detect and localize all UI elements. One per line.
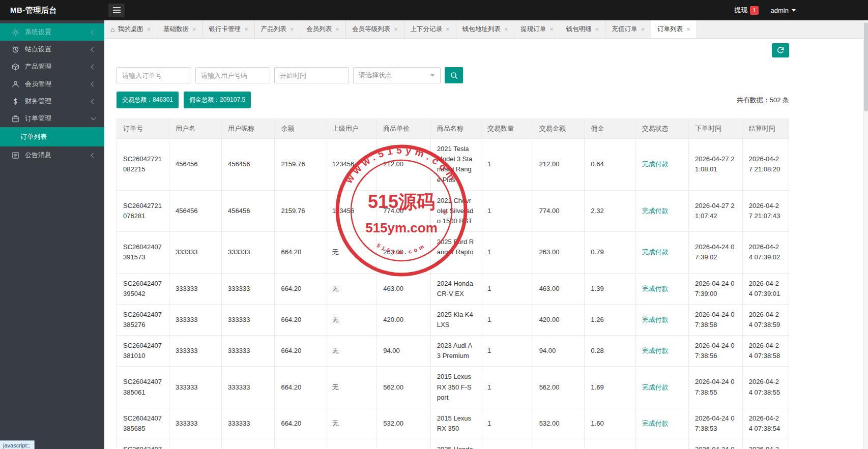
close-icon[interactable]: × — [290, 25, 294, 33]
cell-unit-price: 532.00 — [377, 408, 431, 439]
cell-username: 333333 — [169, 232, 222, 273]
scrollbar-track — [863, 20, 868, 449]
cell-product-name: 2015 Lexus RX 350 F-Sport — [430, 367, 481, 408]
table-row: SC26042407395042333333333333664.20无463.0… — [117, 273, 789, 304]
sidebar-item-label: 系统设置 — [25, 27, 51, 37]
sidebar-subitem-order-list[interactable]: 订单列表 — [0, 127, 104, 146]
cell-settle-time: 2026-04-24 07:38:55 — [742, 367, 789, 408]
refresh-icon — [776, 46, 785, 54]
cell-quantity: 1 — [481, 232, 533, 273]
sidebar-item-site-settings[interactable]: 站点设置 — [0, 41, 104, 58]
close-icon[interactable]: × — [549, 25, 554, 33]
cell-unit-price: 420.00 — [377, 304, 431, 335]
sidebar-item-product-management[interactable]: 产品管理 — [0, 58, 104, 75]
cell-quantity: 1 — [481, 304, 533, 335]
chevron-down-icon — [792, 9, 796, 12]
cell-order-time: 2026-04-24 07:38:58 — [689, 304, 743, 335]
tab-bank-card-management[interactable]: 银行卡管理× — [203, 20, 255, 38]
cell-status: 完成付款 — [635, 139, 688, 191]
cube-icon — [11, 63, 19, 71]
cell-status: 完成付款 — [635, 439, 688, 449]
close-icon[interactable]: × — [244, 25, 248, 33]
close-icon[interactable]: × — [595, 25, 599, 33]
table-row: SC260427210762814564564564562159.7612345… — [117, 190, 789, 231]
cell-status: 完成付款 — [635, 408, 688, 439]
cell-commission: 1.26 — [585, 304, 635, 335]
tab-wallet-address-list[interactable]: 钱包地址列表× — [456, 20, 515, 38]
orders-table-wrap: 订单号用户名用户昵称余额上级用户商品单价商品名称交易数量交易金额佣金交易状态下单… — [117, 118, 789, 449]
user-no-input[interactable] — [195, 67, 270, 83]
sidebar-item-announcements[interactable]: 公告消息 — [0, 146, 104, 164]
tab-recharge-orders[interactable]: 充值订单× — [605, 20, 651, 38]
cell-unit-price: 463.00 — [377, 273, 431, 304]
cell-parent-user: 无 — [326, 367, 377, 408]
close-icon[interactable]: × — [504, 25, 508, 33]
close-icon[interactable]: × — [192, 25, 196, 33]
cell-username: 333333 — [169, 408, 222, 439]
scrollbar-thumb[interactable] — [864, 22, 868, 111]
cell-order-time: 2026-04-24 07:39:00 — [689, 273, 743, 304]
cell-amount: 263.00 — [533, 232, 585, 273]
tab-basic-data[interactable]: 基础数据× — [157, 20, 203, 38]
header-right: 提现 1 admin — [734, 6, 868, 15]
status-select[interactable]: 请选择状态 — [353, 67, 441, 83]
search-button[interactable] — [445, 67, 463, 83]
cell-username: 333333 — [169, 367, 222, 408]
start-time-input[interactable] — [274, 67, 349, 83]
close-icon[interactable]: × — [686, 25, 690, 33]
cell-commission: 1.60 — [585, 408, 635, 439]
cell-order-time: 2026-04-27 21:08:01 — [689, 139, 743, 191]
cell-parent-user: 123456 — [326, 190, 377, 231]
tab-member-list[interactable]: 会员列表× — [300, 20, 346, 38]
cell-username: 333333 — [169, 439, 222, 449]
order-no-input[interactable] — [117, 67, 191, 83]
tab-updown-records[interactable]: 上下分记录× — [404, 20, 456, 38]
close-icon[interactable]: × — [335, 25, 339, 33]
cell-parent-user: 123456 — [326, 139, 377, 191]
close-icon[interactable]: × — [641, 25, 645, 33]
cell-product-name: 2015 Lexus RX 350 — [430, 408, 481, 439]
tab-order-list[interactable]: 订单列表× — [651, 20, 697, 38]
tab-label: 会员列表 — [306, 25, 332, 34]
cell-order-no: SC26042407385685 — [117, 408, 169, 439]
cell-settle-time: 2026-04-24 07:39:02 — [742, 232, 789, 273]
cell-username: 333333 — [169, 304, 222, 335]
close-icon[interactable]: × — [147, 25, 151, 33]
cell-nickname: 333333 — [222, 367, 275, 408]
tab-member-level-list[interactable]: 会员等级列表× — [346, 20, 404, 38]
cell-amount: 425.00 — [533, 439, 585, 449]
tab-my-desktop[interactable]: ⌂我的桌面× — [104, 20, 157, 38]
cell-parent-user: 无 — [326, 273, 377, 304]
tab-label: 我的桌面 — [118, 25, 143, 34]
table-row: SC26042407386039333333333333664.20无425.0… — [117, 439, 789, 449]
clock-icon — [11, 45, 19, 53]
tab-withdraw-orders[interactable]: 提现订单× — [514, 20, 560, 38]
cell-amount: 532.00 — [533, 408, 585, 439]
cell-balance: 664.20 — [275, 439, 326, 449]
tab-label: 产品列表 — [261, 25, 286, 34]
hamburger-icon — [113, 7, 121, 14]
sidebar-item-finance-management[interactable]: 财务管理 — [0, 93, 104, 110]
cell-product-name: 2025 Ford Ranger Raptor — [430, 232, 481, 273]
cell-nickname: 333333 — [222, 304, 275, 335]
cell-order-time: 2026-04-27 21:07:42 — [689, 190, 743, 231]
close-icon[interactable]: × — [446, 25, 450, 33]
tab-product-list[interactable]: 产品列表× — [255, 20, 301, 38]
withdraw-link[interactable]: 提现 — [734, 6, 747, 15]
tab-wallet-detail[interactable]: 钱包明细× — [560, 20, 606, 38]
table-header: 订单号用户名用户昵称余额上级用户商品单价商品名称交易数量交易金额佣金交易状态下单… — [117, 119, 789, 139]
refresh-button[interactable] — [772, 43, 789, 57]
cell-order-no: SC26042721082215 — [117, 139, 169, 191]
tab-label: 会员等级列表 — [352, 25, 390, 34]
cell-quantity: 1 — [481, 190, 533, 231]
sidebar-item-order-management[interactable]: 订单管理 — [0, 110, 104, 127]
col-status: 交易状态 — [635, 119, 688, 139]
sidebar-item-system-settings[interactable]: 系统设置 — [0, 23, 104, 41]
close-icon[interactable]: × — [394, 25, 398, 33]
cell-parent-user: 无 — [326, 408, 377, 439]
cell-balance: 2159.76 — [275, 190, 326, 231]
user-menu[interactable]: admin — [771, 7, 796, 14]
cell-quantity: 1 — [481, 439, 533, 449]
menu-toggle-button[interactable] — [108, 4, 125, 17]
sidebar-item-member-management[interactable]: 会员管理 — [0, 75, 104, 93]
